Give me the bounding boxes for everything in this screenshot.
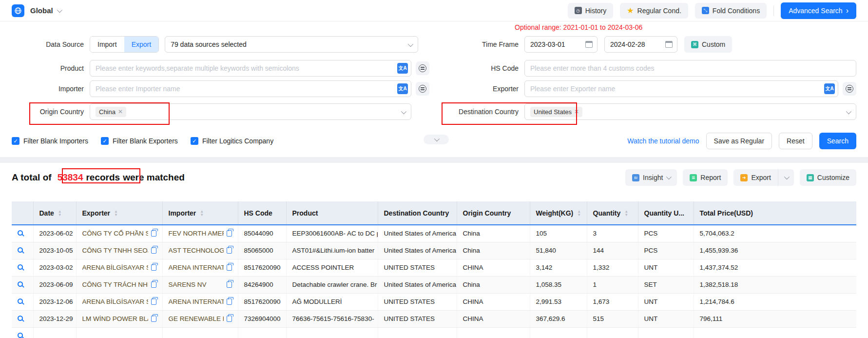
region-chevron-down-icon[interactable]	[57, 7, 62, 12]
company-name[interactable]: CÔNG TY TNHH SEOJI	[82, 247, 148, 254]
fold-conditions-button[interactable]: ⤡ Fold Conditions	[695, 3, 767, 19]
match-mode-button[interactable]	[843, 82, 856, 96]
destination-country-select[interactable]: United States ✕	[524, 103, 856, 120]
company-name[interactable]: AST TECHNOLOGI	[169, 247, 224, 254]
import-tab[interactable]: Import	[90, 37, 124, 52]
column-header[interactable]: Weight(KG)▲▼	[530, 201, 587, 225]
translate-icon[interactable]: 文A	[397, 63, 408, 74]
product-label: Product	[12, 64, 84, 72]
row-detail-search-icon[interactable]	[18, 281, 23, 287]
cell-destination-country: United States of America	[378, 276, 457, 293]
reset-button[interactable]: Reset	[779, 133, 812, 149]
sort-icon[interactable]: ▲▼	[114, 210, 118, 217]
row-detail-search-icon[interactable]	[18, 333, 23, 338]
filter-checkbox[interactable]: ✓Filter Blank Exporters	[101, 137, 178, 145]
cell-weight: 2,991.53	[530, 293, 587, 310]
exporter-input[interactable]	[524, 80, 838, 97]
tutorial-demo-link[interactable]: Watch the tutorial demo	[627, 137, 699, 145]
row-detail-search-icon[interactable]	[18, 316, 23, 321]
cell-product: EEP30061600AB- AC to DC p	[286, 225, 378, 242]
cell-date: 2023-06-09	[33, 276, 76, 293]
row-detail-search-icon[interactable]	[18, 247, 23, 253]
company-name[interactable]: ARENA INTERNATI	[169, 298, 224, 305]
search-button[interactable]: Search	[819, 133, 856, 149]
column-header[interactable]: Exporter▲▼	[76, 201, 162, 225]
origin-country-select[interactable]: China ✕	[90, 103, 411, 120]
cell-quantity-unit: UNT	[638, 259, 694, 276]
company-name[interactable]: CÔNG TY CỔ PHẦN SẢ	[82, 230, 148, 237]
copy-icon[interactable]	[227, 281, 232, 288]
company-name[interactable]: SARENS NV	[169, 281, 224, 288]
report-button[interactable]: ≣ Report	[683, 169, 728, 186]
company-name[interactable]: LM WİND POWER BLA	[82, 315, 148, 322]
match-mode-button[interactable]	[416, 82, 429, 96]
customize-button[interactable]: ▦ Customize	[800, 169, 856, 186]
copy-icon[interactable]	[151, 298, 156, 305]
copy-icon[interactable]	[151, 230, 156, 237]
sort-icon[interactable]: ▲▼	[200, 210, 204, 217]
translate-icon[interactable]: 文A	[397, 83, 408, 94]
copy-icon[interactable]	[227, 264, 232, 271]
advanced-search-button[interactable]: Advanced Search ›	[781, 2, 856, 19]
copy-icon[interactable]	[151, 281, 156, 288]
filter-checkbox[interactable]: ✓Filter Logitics Company	[191, 137, 273, 145]
cell-destination-country: UNITED STATES	[378, 310, 457, 327]
column-header: HS Code	[238, 201, 286, 225]
match-mode-button[interactable]	[416, 61, 429, 75]
export-button[interactable]: ➜ Export	[733, 169, 777, 186]
table-row: 2023-10-05CÔNG TY TNHH SEOJIAST TECHNOLO…	[12, 242, 856, 259]
insight-button[interactable]: BI Insight	[625, 169, 677, 186]
cell-product: ACCESS POINTLER	[286, 259, 378, 276]
results-section: A total of 53834 records were matched BI…	[0, 163, 868, 338]
cell-exporter: ARENA BİLGİSAYAR S	[76, 259, 162, 276]
row-detail-search-icon[interactable]	[18, 230, 23, 236]
cell-date: 2023-12-06	[33, 293, 76, 310]
company-name[interactable]: ARENA INTERNATI	[169, 264, 224, 271]
save-as-regular-button[interactable]: Save as Regular	[706, 133, 772, 149]
column-header[interactable]: Quantity▲▼	[587, 201, 638, 225]
cell-destination-country: United States of America	[378, 225, 457, 242]
copy-icon[interactable]	[227, 298, 232, 305]
date-to-input[interactable]: 2024-02-28	[604, 36, 677, 53]
column-header-label: Total Price(USD)	[700, 209, 753, 217]
copy-icon[interactable]	[227, 316, 232, 322]
column-header-label: HS Code	[244, 209, 272, 217]
row-detail-search-icon[interactable]	[18, 264, 23, 270]
export-options-button[interactable]	[778, 169, 794, 186]
copy-icon[interactable]	[151, 316, 156, 322]
filter-checkbox[interactable]: ✓Filter Blank Importers	[12, 137, 88, 145]
remove-tag-icon[interactable]: ✕	[574, 108, 579, 115]
copy-icon[interactable]	[151, 247, 156, 254]
date-from-input[interactable]: 2023-03-01	[524, 36, 598, 53]
column-header[interactable]: Date▲▼	[33, 201, 76, 225]
company-name[interactable]: CÔNG TY TRÁCH NHIÊ	[82, 281, 148, 288]
column-header-label: Weight(KG)	[536, 209, 574, 217]
importer-input[interactable]	[90, 80, 411, 97]
hs-code-input[interactable]	[524, 60, 856, 77]
cell-exporter: CÔNG TY TRÁCH NHIÊ	[76, 276, 162, 293]
copy-icon[interactable]	[227, 230, 232, 237]
history-button[interactable]: ◷ History	[568, 3, 614, 19]
company-name[interactable]: FEV NORTH AMERI	[169, 230, 224, 237]
sort-icon[interactable]: ▲▼	[577, 210, 581, 217]
export-split-button: ➜ Export	[733, 169, 793, 186]
export-tab[interactable]: Export	[124, 37, 158, 52]
product-input[interactable]	[90, 60, 411, 77]
sort-icon[interactable]: ▲▼	[624, 210, 628, 217]
company-name[interactable]: ARENA BİLGİSAYAR S	[82, 298, 148, 305]
data-sources-select[interactable]: 79 data sources selected	[165, 36, 418, 53]
copy-icon[interactable]	[227, 247, 232, 254]
copy-icon[interactable]	[151, 264, 156, 271]
company-name[interactable]: GE RENEWABLE E	[169, 315, 224, 322]
row-detail-search-icon[interactable]	[18, 298, 23, 304]
regular-cond-button[interactable]: ★ Regular Cond.	[620, 3, 688, 19]
column-header[interactable]: Importer▲▼	[162, 201, 238, 225]
translate-icon[interactable]: 文A	[824, 83, 835, 94]
sort-icon[interactable]: ▲▼	[58, 210, 62, 217]
company-name[interactable]: ARENA BİLGİSAYAR S	[82, 264, 148, 271]
remove-tag-icon[interactable]: ✕	[118, 108, 123, 115]
custom-range-button[interactable]: ⌘ Custom	[684, 36, 732, 53]
section-divider	[0, 157, 868, 163]
destination-country-label: Destination Country	[450, 108, 519, 116]
collapse-conditions-button[interactable]	[424, 135, 449, 144]
